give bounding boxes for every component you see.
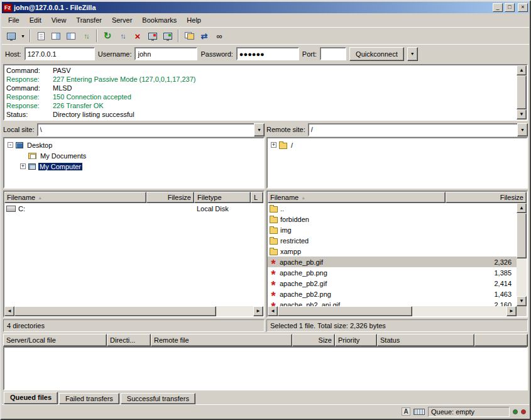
refresh-button[interactable]: ↻ [100,29,115,43]
remote-rows: .. forbidden img restricted xampp apache… [268,203,517,306]
file-name-cell: apache_pb2.png [268,290,446,298]
maximize-button[interactable]: □ [505,3,515,12]
menu-edit[interactable]: Edit [25,14,47,26]
menu-transfer[interactable]: Transfer [71,14,107,26]
queue-list[interactable] [3,346,528,390]
scrollbar-track[interactable] [517,258,527,296]
menu-bookmarks[interactable]: Bookmarks [137,14,182,26]
scrollbar-thumb[interactable] [14,306,216,316]
queue-column-priority[interactable]: Priority [335,334,377,346]
log-scrollbar[interactable]: ▲ ▼ [517,65,527,119]
tree-item-my-documents[interactable]: My Documents [6,150,262,161]
scroll-right-icon[interactable]: ► [506,306,517,316]
remote-file-row[interactable]: restricted [268,235,517,246]
scrollbar-thumb[interactable] [278,306,412,316]
expand-icon[interactable]: + [20,163,26,169]
remote-file-row[interactable]: .. [268,203,517,214]
toggle-local-tree-button[interactable] [48,29,63,43]
menu-help[interactable]: Help [182,14,206,26]
remote-vertical-scrollbar[interactable]: ▲ ▼ [517,203,527,306]
queue-column-size[interactable]: Size [292,334,335,346]
scrollbar-thumb[interactable] [517,213,527,258]
remote-file-row[interactable]: apache_pb2_ani.gif2,160 [268,299,517,306]
password-label: Password: [200,50,233,58]
remote-file-row[interactable]: apache_pb2.gif2,414 [268,278,517,289]
process-queue-button[interactable]: ↑↓ [115,29,130,43]
tree-item-my-computer[interactable]: + My Computer [6,161,262,172]
log-text: 227 Entering Passive Mode (127,0,0,1,17,… [53,75,195,84]
local-horizontal-scrollbar[interactable]: ◄ ► [4,306,263,316]
column-header-filetype[interactable]: Filetype [194,192,251,203]
local-file-row[interactable]: C: Local Disk [4,203,263,214]
remote-file-row[interactable]: img [268,224,517,235]
synchronized-browsing-button[interactable]: ⇄ [197,29,212,43]
scrollbar-track[interactable] [216,306,253,316]
disconnect-button[interactable] [145,29,160,43]
toggle-remote-tree-button[interactable] [63,29,79,43]
scroll-up-icon[interactable]: ▲ [517,65,527,75]
password-input[interactable] [236,47,299,60]
column-header-last-modified[interactable]: L [251,192,263,203]
scroll-down-icon[interactable]: ▼ [517,296,527,306]
column-label: Filetype [197,193,222,202]
tab-queued-files[interactable]: Queued files [4,392,58,404]
queue-column-direction[interactable]: Directi... [107,334,151,346]
scroll-down-icon[interactable]: ▼ [517,109,527,119]
column-label: Filesize [500,193,523,202]
scrollbar-track[interactable] [412,306,506,316]
process-queue-icon: ↑↓ [121,32,125,40]
scroll-left-icon[interactable]: ◄ [4,306,14,316]
remote-file-row[interactable]: xampp [268,246,517,257]
expand-icon[interactable]: + [271,142,276,148]
minimize-button[interactable]: _ [493,3,503,12]
queue-column-server-local-file[interactable]: Server/Local file [3,334,107,346]
toggle-message-log-button[interactable] [33,29,48,43]
file-name-cell: forbidden [268,216,446,223]
local-site-dropdown-button[interactable]: ▼ [254,123,265,136]
scrollbar-thumb[interactable] [517,75,527,109]
close-button[interactable]: × [518,3,528,12]
scroll-left-icon[interactable]: ◄ [268,306,278,316]
port-input[interactable] [320,47,346,60]
username-input[interactable] [134,47,197,60]
column-header-filesize[interactable]: Filesize [146,192,194,203]
menu-view[interactable]: View [47,14,72,26]
cancel-operation-button[interactable]: × [130,29,145,43]
host-input[interactable] [25,47,95,60]
folder-icon [270,228,278,234]
directory-comparison-button[interactable] [182,29,197,43]
column-header-filename[interactable]: Filename [4,192,146,203]
remote-file-row[interactable]: apache_pb2.png1,463 [268,289,517,299]
local-tree: - Desktop My Documents + My Computer [3,137,265,189]
collapse-icon[interactable]: - [8,142,13,148]
site-manager-button[interactable] [4,29,19,43]
tree-item-label: / [290,141,294,149]
scroll-right-icon[interactable]: ► [253,306,263,316]
toggle-transfer-queue-button[interactable]: ↑↓ [79,29,94,43]
remote-site-input[interactable] [308,123,517,136]
queue-column-status[interactable]: Status [377,334,474,346]
tree-item-root[interactable]: + / [269,140,525,150]
column-header-filename[interactable]: Filename [268,192,446,203]
column-header-filesize[interactable]: Filesize [446,192,527,203]
remote-site-dropdown-button[interactable]: ▼ [517,123,528,136]
remote-file-row-selected[interactable]: apache_pb.gif2,326 [268,257,517,267]
remote-horizontal-scrollbar[interactable]: ◄ ► [268,306,527,316]
remote-file-row[interactable]: forbidden [268,214,517,224]
menu-file[interactable]: File [3,14,25,26]
tab-failed-transfers[interactable]: Failed transfers [59,393,119,404]
site-manager-dropdown-button[interactable]: ▼ [19,29,27,43]
reconnect-button[interactable] [160,29,175,43]
menu-server[interactable]: Server [107,14,137,26]
scroll-up-icon[interactable]: ▲ [517,203,527,213]
image-file-icon [270,279,277,287]
remote-file-row[interactable]: apache_pb.png1,385 [268,267,517,278]
quickconnect-dropdown-button[interactable]: ▼ [407,47,418,61]
column-label: Priority [338,336,359,345]
queue-column-remote-file[interactable]: Remote file [151,334,292,346]
tree-item-desktop[interactable]: - Desktop [6,140,262,150]
local-site-input[interactable] [37,123,254,136]
quickconnect-button[interactable]: Quickconnect [349,47,404,61]
tab-successful-transfers[interactable]: Successful transfers [121,393,195,404]
find-files-button[interactable]: ∞ [212,29,227,43]
